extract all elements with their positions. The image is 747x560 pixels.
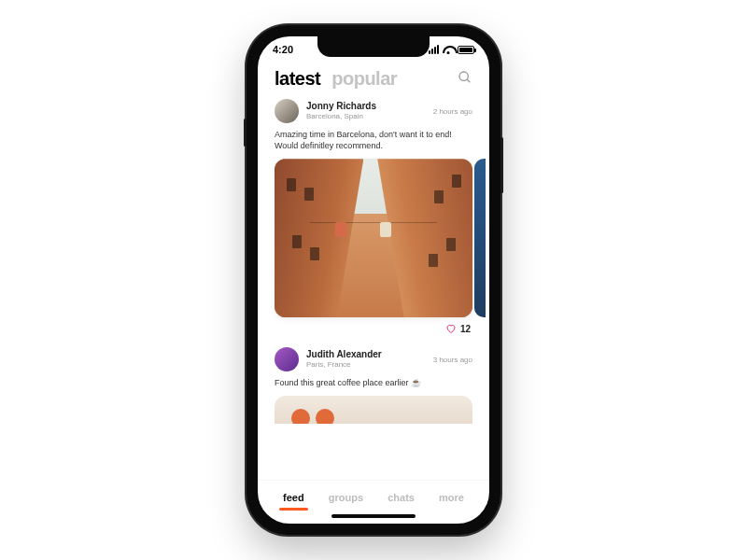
next-photo-peek[interactable]	[474, 159, 486, 317]
nav-feed[interactable]: feed	[279, 490, 308, 505]
post[interactable]: Jonny Richards Barcelona, Spain 2 hours …	[275, 99, 472, 338]
post-caption: Amazing time in Barcelona, don't want it…	[275, 129, 472, 151]
post-meta: Jonny Richards Barcelona, Spain	[306, 101, 426, 121]
signal-icon	[429, 45, 439, 54]
svg-point-0	[459, 72, 468, 80]
status-icons	[429, 45, 474, 54]
post-photo[interactable]	[275, 396, 472, 424]
heart-icon[interactable]	[445, 323, 457, 334]
like-count: 12	[460, 324, 471, 334]
nav-chats[interactable]: chats	[384, 490, 418, 505]
post-likes[interactable]: 12	[275, 317, 472, 338]
status-time: 4:20	[273, 44, 293, 55]
post-location: Paris, France	[306, 360, 426, 370]
tab-popular[interactable]: popular	[331, 68, 397, 90]
feed-tabs: latest popular	[275, 68, 397, 90]
post-location: Barcelona, Spain	[306, 112, 426, 121]
svg-line-1	[467, 79, 470, 82]
search-icon[interactable]	[458, 70, 472, 89]
tab-latest[interactable]: latest	[275, 68, 320, 90]
nav-more[interactable]: more	[435, 490, 468, 505]
home-indicator[interactable]	[331, 514, 416, 518]
post-time: 3 hours ago	[433, 356, 472, 364]
screen: 4:20 latest popular Jonny Richard	[258, 36, 489, 524]
post-time: 2 hours ago	[433, 107, 472, 116]
post[interactable]: Judith Alexander Paris, France 3 hours a…	[275, 347, 472, 424]
feed-list[interactable]: Jonny Richards Barcelona, Spain 2 hours …	[258, 99, 489, 480]
post-photo[interactable]	[275, 159, 472, 317]
post-meta: Judith Alexander Paris, France	[306, 349, 426, 370]
avatar[interactable]	[275, 347, 299, 371]
battery-icon	[458, 46, 474, 54]
post-header: Judith Alexander Paris, France 3 hours a…	[275, 347, 472, 371]
phone-frame: 4:20 latest popular Jonny Richard	[247, 25, 500, 535]
wifi-icon	[443, 46, 454, 54]
nav-groups[interactable]: groups	[325, 490, 367, 505]
post-username[interactable]: Judith Alexander	[306, 349, 426, 360]
post-caption: Found this great coffee place earlier ☕	[275, 377, 472, 388]
post-username[interactable]: Jonny Richards	[306, 101, 426, 112]
header: latest popular	[258, 63, 489, 99]
bottom-nav: feed groups chats more	[258, 480, 489, 509]
notch	[317, 36, 430, 57]
avatar[interactable]	[275, 99, 299, 123]
post-photo-wrap	[275, 159, 472, 317]
post-header: Jonny Richards Barcelona, Spain 2 hours …	[275, 99, 472, 123]
